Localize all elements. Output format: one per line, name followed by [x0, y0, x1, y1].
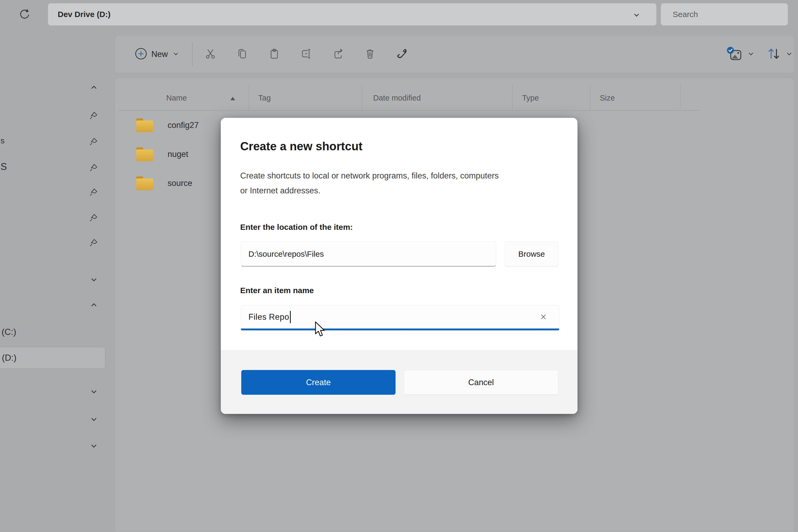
address-bar[interactable]: Dev Drive (D:) — [48, 3, 657, 25]
sort-arrows-icon — [767, 48, 781, 61]
folder-icon — [136, 176, 153, 190]
item-name-input[interactable]: Files Repo — [241, 305, 559, 330]
wrench-icon — [396, 48, 408, 61]
section-chevron-down-icon[interactable] — [89, 442, 98, 451]
item-name-label: Enter an item name — [240, 286, 314, 295]
delete-button[interactable] — [360, 36, 380, 73]
paste-icon — [268, 48, 280, 61]
layout-button[interactable] — [723, 48, 747, 61]
sidebar-item-label-truncated[interactable]: s — [1, 136, 4, 145]
tools-button[interactable] — [392, 36, 412, 73]
mouse-cursor-icon — [315, 321, 326, 339]
new-button[interactable]: New — [125, 36, 189, 73]
sort-ascending-icon — [229, 96, 236, 103]
search-box — [661, 3, 788, 25]
sort-button[interactable] — [762, 48, 785, 61]
section-chevron-down-icon[interactable] — [89, 387, 98, 397]
section-chevron-up-icon[interactable] — [89, 301, 98, 310]
pin-icon[interactable] — [89, 111, 98, 121]
cut-icon — [205, 48, 216, 61]
pin-icon[interactable] — [89, 238, 98, 248]
trash-icon — [364, 48, 376, 61]
create-button-label: Create — [306, 378, 331, 387]
sidebar-item-drive-d-selected[interactable]: (D:) — [0, 347, 105, 369]
column-separator[interactable] — [362, 84, 362, 110]
column-separator[interactable] — [680, 84, 680, 110]
sidebar-item-label-truncated[interactable]: S — [1, 161, 7, 172]
chevron-down-icon[interactable] — [785, 50, 793, 59]
create-button[interactable]: Create — [241, 370, 396, 395]
header-underline — [118, 110, 700, 111]
chevron-down-icon — [172, 50, 179, 58]
share-icon — [332, 48, 344, 61]
share-button[interactable] — [328, 36, 348, 73]
column-header-tag[interactable]: Tag — [258, 94, 271, 102]
section-chevron-down-icon[interactable] — [89, 415, 98, 424]
copy-button[interactable] — [232, 36, 252, 73]
column-header-name[interactable]: Name — [166, 94, 187, 102]
column-separator[interactable] — [512, 84, 513, 110]
files-app-window: Dev Drive (D:) New — [0, 0, 798, 532]
rename-icon — [300, 48, 312, 61]
new-button-label: New — [151, 50, 168, 59]
column-separator[interactable] — [590, 84, 590, 110]
pin-icon[interactable] — [89, 213, 98, 224]
item-name-value: Files Repo — [248, 312, 289, 322]
create-shortcut-dialog: Create a new shortcut Create shortcuts t… — [221, 118, 577, 414]
folder-icon — [136, 118, 153, 132]
folder-icon — [136, 147, 153, 161]
dialog-title: Create a new shortcut — [240, 140, 363, 153]
section-chevron-down-icon[interactable] — [89, 276, 98, 285]
sidebar-collapse-chevron-up-icon[interactable] — [89, 83, 98, 93]
location-input[interactable] — [241, 242, 496, 267]
file-name: config27 — [168, 120, 199, 130]
chevron-down-icon[interactable] — [747, 50, 755, 59]
copy-icon — [236, 48, 248, 61]
dialog-description: Create shortcuts to local or network pro… — [240, 168, 506, 198]
toolbar-separator — [192, 42, 193, 66]
toolbar: New — [115, 35, 794, 73]
address-bar-path: Dev Drive (D:) — [58, 10, 110, 19]
column-separator[interactable] — [249, 84, 249, 110]
cancel-button-label: Cancel — [468, 378, 494, 387]
clear-text-button[interactable] — [537, 311, 550, 324]
file-name: source — [168, 178, 192, 188]
search-input[interactable] — [661, 3, 787, 25]
refresh-button[interactable] — [19, 7, 33, 22]
close-icon — [539, 312, 547, 323]
column-header-type[interactable]: Type — [522, 94, 539, 102]
column-header-date-modified[interactable]: Date modified — [373, 94, 421, 102]
pin-icon[interactable] — [89, 187, 98, 198]
cancel-button[interactable]: Cancel — [404, 370, 558, 395]
paste-button[interactable] — [264, 36, 284, 73]
chevron-down-icon[interactable] — [632, 11, 641, 20]
cut-button[interactable] — [200, 36, 221, 73]
plus-circle-icon — [135, 48, 147, 61]
file-name: nuget — [168, 150, 188, 159]
browse-button-label: Browse — [518, 249, 545, 259]
refresh-icon — [19, 8, 31, 21]
location-label: Enter the location of the item: — [240, 223, 353, 232]
column-header-size[interactable]: Size — [600, 94, 615, 102]
browse-button[interactable]: Browse — [505, 242, 558, 267]
pin-icon[interactable] — [89, 137, 98, 147]
rename-button[interactable] — [296, 36, 316, 73]
pin-icon[interactable] — [89, 163, 98, 173]
sidebar-item-drive-c[interactable]: (C:) — [2, 327, 16, 337]
sidebar-item-drive-d-label: (D:) — [2, 353, 17, 363]
text-caret — [290, 311, 291, 323]
thumbnails-view-icon — [728, 48, 742, 61]
